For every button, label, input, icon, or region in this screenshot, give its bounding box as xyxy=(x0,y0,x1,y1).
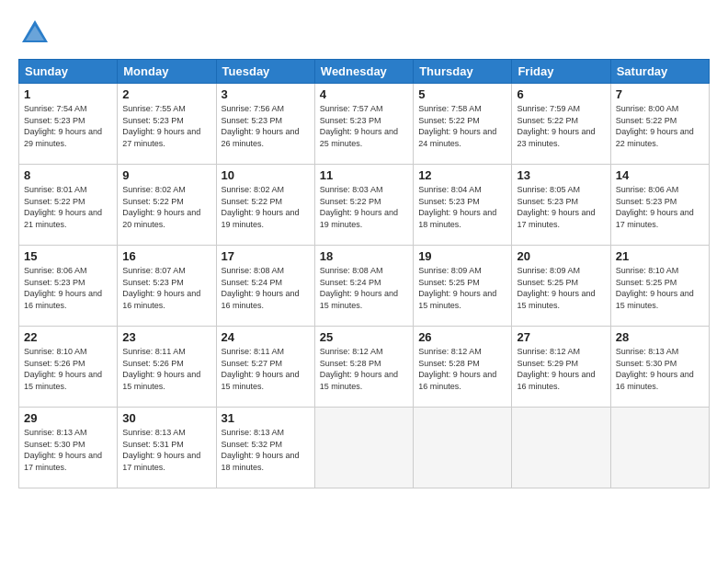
day-number: 23 xyxy=(122,330,210,344)
calendar-cell: 1Sunrise: 7:54 AMSunset: 5:23 PMDaylight… xyxy=(19,84,118,165)
day-info: Sunrise: 8:02 AMSunset: 5:22 PMDaylight:… xyxy=(222,184,310,230)
calendar-cell: 19Sunrise: 8:09 AMSunset: 5:25 PMDayligh… xyxy=(414,246,512,327)
day-number: 26 xyxy=(418,330,506,344)
calendar-cell: 28Sunrise: 8:13 AMSunset: 5:30 PMDayligh… xyxy=(610,327,709,408)
calendar-cell: 6Sunrise: 7:59 AMSunset: 5:22 PMDaylight… xyxy=(512,84,610,165)
logo xyxy=(18,17,55,50)
day-info: Sunrise: 8:12 AMSunset: 5:28 PMDaylight:… xyxy=(418,346,506,392)
calendar-cell: 9Sunrise: 8:02 AMSunset: 5:22 PMDaylight… xyxy=(118,165,216,246)
day-info: Sunrise: 8:13 AMSunset: 5:31 PMDaylight:… xyxy=(122,427,210,473)
day-header-tuesday: Tuesday xyxy=(216,60,314,84)
calendar-cell: 24Sunrise: 8:11 AMSunset: 5:27 PMDayligh… xyxy=(216,327,314,408)
day-header-monday: Monday xyxy=(118,60,216,84)
day-info: Sunrise: 8:05 AMSunset: 5:23 PMDaylight:… xyxy=(517,184,605,230)
day-number: 16 xyxy=(122,249,210,263)
day-number: 2 xyxy=(122,87,210,101)
calendar-cell: 18Sunrise: 8:08 AMSunset: 5:24 PMDayligh… xyxy=(314,246,413,327)
day-number: 8 xyxy=(24,168,112,182)
day-number: 18 xyxy=(320,249,408,263)
day-number: 7 xyxy=(616,87,704,101)
day-number: 9 xyxy=(122,168,210,182)
day-header-wednesday: Wednesday xyxy=(314,60,413,84)
day-number: 27 xyxy=(517,330,605,344)
day-info: Sunrise: 7:59 AMSunset: 5:22 PMDaylight:… xyxy=(517,103,605,149)
week-row-3: 15Sunrise: 8:06 AMSunset: 5:23 PMDayligh… xyxy=(19,246,710,327)
day-info: Sunrise: 7:56 AMSunset: 5:23 PMDaylight:… xyxy=(222,103,310,149)
day-number: 24 xyxy=(222,330,310,344)
day-info: Sunrise: 7:54 AMSunset: 5:23 PMDaylight:… xyxy=(24,103,112,149)
day-info: Sunrise: 8:12 AMSunset: 5:29 PMDaylight:… xyxy=(517,346,605,392)
day-info: Sunrise: 7:58 AMSunset: 5:22 PMDaylight:… xyxy=(418,103,506,149)
calendar-cell: 23Sunrise: 8:11 AMSunset: 5:26 PMDayligh… xyxy=(118,327,216,408)
header xyxy=(18,17,710,50)
day-number: 30 xyxy=(122,411,210,425)
day-info: Sunrise: 8:01 AMSunset: 5:22 PMDaylight:… xyxy=(24,184,112,230)
calendar-cell: 16Sunrise: 8:07 AMSunset: 5:23 PMDayligh… xyxy=(118,246,216,327)
day-info: Sunrise: 8:11 AMSunset: 5:27 PMDaylight:… xyxy=(222,346,310,392)
logo-icon xyxy=(18,17,51,50)
calendar-cell: 4Sunrise: 7:57 AMSunset: 5:23 PMDaylight… xyxy=(314,84,413,165)
calendar-cell: 11Sunrise: 8:03 AMSunset: 5:22 PMDayligh… xyxy=(314,165,413,246)
week-row-2: 8Sunrise: 8:01 AMSunset: 5:22 PMDaylight… xyxy=(19,165,710,246)
day-info: Sunrise: 8:13 AMSunset: 5:30 PMDaylight:… xyxy=(616,346,704,392)
calendar-cell xyxy=(512,408,610,488)
day-number: 21 xyxy=(616,249,704,263)
calendar-cell: 7Sunrise: 8:00 AMSunset: 5:22 PMDaylight… xyxy=(610,84,709,165)
calendar-cell: 2Sunrise: 7:55 AMSunset: 5:23 PMDaylight… xyxy=(118,84,216,165)
calendar-cell: 26Sunrise: 8:12 AMSunset: 5:28 PMDayligh… xyxy=(414,327,512,408)
day-header-sunday: Sunday xyxy=(19,60,118,84)
day-number: 1 xyxy=(24,87,112,101)
day-info: Sunrise: 8:13 AMSunset: 5:32 PMDaylight:… xyxy=(222,427,310,473)
day-number: 14 xyxy=(616,168,704,182)
day-number: 22 xyxy=(24,330,112,344)
calendar-cell: 5Sunrise: 7:58 AMSunset: 5:22 PMDaylight… xyxy=(414,84,512,165)
day-header-friday: Friday xyxy=(512,60,610,84)
day-info: Sunrise: 8:09 AMSunset: 5:25 PMDaylight:… xyxy=(517,265,605,311)
day-info: Sunrise: 8:06 AMSunset: 5:23 PMDaylight:… xyxy=(616,184,704,230)
day-info: Sunrise: 8:04 AMSunset: 5:23 PMDaylight:… xyxy=(418,184,506,230)
day-info: Sunrise: 8:02 AMSunset: 5:22 PMDaylight:… xyxy=(122,184,210,230)
day-info: Sunrise: 8:08 AMSunset: 5:24 PMDaylight:… xyxy=(222,265,310,311)
day-number: 5 xyxy=(418,87,506,101)
calendar-cell: 14Sunrise: 8:06 AMSunset: 5:23 PMDayligh… xyxy=(610,165,709,246)
calendar-cell: 30Sunrise: 8:13 AMSunset: 5:31 PMDayligh… xyxy=(118,408,216,488)
day-number: 6 xyxy=(517,87,605,101)
calendar-cell: 20Sunrise: 8:09 AMSunset: 5:25 PMDayligh… xyxy=(512,246,610,327)
day-number: 17 xyxy=(222,249,310,263)
calendar-cell: 15Sunrise: 8:06 AMSunset: 5:23 PMDayligh… xyxy=(19,246,118,327)
day-info: Sunrise: 8:10 AMSunset: 5:25 PMDaylight:… xyxy=(616,265,704,311)
day-info: Sunrise: 7:57 AMSunset: 5:23 PMDaylight:… xyxy=(320,103,408,149)
day-number: 29 xyxy=(24,411,112,425)
day-info: Sunrise: 8:06 AMSunset: 5:23 PMDaylight:… xyxy=(24,265,112,311)
day-number: 3 xyxy=(222,87,310,101)
day-info: Sunrise: 8:08 AMSunset: 5:24 PMDaylight:… xyxy=(320,265,408,311)
day-info: Sunrise: 8:09 AMSunset: 5:25 PMDaylight:… xyxy=(418,265,506,311)
calendar-cell: 22Sunrise: 8:10 AMSunset: 5:26 PMDayligh… xyxy=(19,327,118,408)
calendar-cell: 25Sunrise: 8:12 AMSunset: 5:28 PMDayligh… xyxy=(314,327,413,408)
day-number: 4 xyxy=(320,87,408,101)
day-number: 11 xyxy=(320,168,408,182)
day-number: 19 xyxy=(418,249,506,263)
calendar-cell: 8Sunrise: 8:01 AMSunset: 5:22 PMDaylight… xyxy=(19,165,118,246)
day-number: 31 xyxy=(222,411,310,425)
calendar-cell xyxy=(610,408,709,488)
calendar-cell: 12Sunrise: 8:04 AMSunset: 5:23 PMDayligh… xyxy=(414,165,512,246)
calendar-cell: 3Sunrise: 7:56 AMSunset: 5:23 PMDaylight… xyxy=(216,84,314,165)
day-number: 20 xyxy=(517,249,605,263)
page: SundayMondayTuesdayWednesdayThursdayFrid… xyxy=(0,0,728,563)
calendar-header-row: SundayMondayTuesdayWednesdayThursdayFrid… xyxy=(19,60,710,84)
day-header-thursday: Thursday xyxy=(414,60,512,84)
day-info: Sunrise: 8:10 AMSunset: 5:26 PMDaylight:… xyxy=(24,346,112,392)
day-info: Sunrise: 8:13 AMSunset: 5:30 PMDaylight:… xyxy=(24,427,112,473)
calendar-cell xyxy=(314,408,413,488)
day-info: Sunrise: 8:07 AMSunset: 5:23 PMDaylight:… xyxy=(122,265,210,311)
week-row-4: 22Sunrise: 8:10 AMSunset: 5:26 PMDayligh… xyxy=(19,327,710,408)
calendar-cell: 29Sunrise: 8:13 AMSunset: 5:30 PMDayligh… xyxy=(19,408,118,488)
day-info: Sunrise: 7:55 AMSunset: 5:23 PMDaylight:… xyxy=(122,103,210,149)
calendar-cell: 27Sunrise: 8:12 AMSunset: 5:29 PMDayligh… xyxy=(512,327,610,408)
day-number: 25 xyxy=(320,330,408,344)
day-number: 28 xyxy=(616,330,704,344)
calendar-cell: 10Sunrise: 8:02 AMSunset: 5:22 PMDayligh… xyxy=(216,165,314,246)
calendar-cell: 21Sunrise: 8:10 AMSunset: 5:25 PMDayligh… xyxy=(610,246,709,327)
calendar-cell: 13Sunrise: 8:05 AMSunset: 5:23 PMDayligh… xyxy=(512,165,610,246)
